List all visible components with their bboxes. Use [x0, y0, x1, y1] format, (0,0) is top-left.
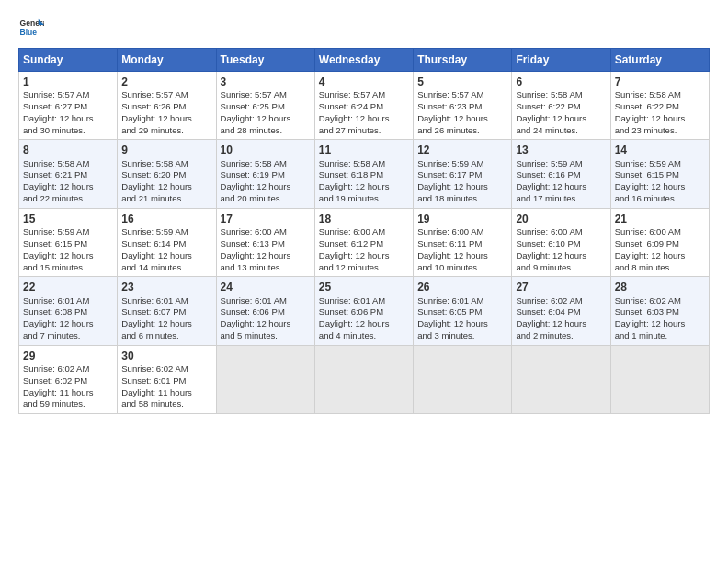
day-number: 6	[516, 75, 606, 89]
day-info: and 5 minutes.	[221, 330, 311, 342]
day-number: 26	[417, 280, 507, 294]
day-info: and 6 minutes.	[121, 330, 211, 342]
calendar-cell: 5Sunrise: 5:57 AMSunset: 6:23 PMDaylight…	[414, 72, 512, 140]
calendar-cell: 19Sunrise: 6:00 AMSunset: 6:11 PMDayligh…	[414, 208, 512, 276]
calendar-cell: 17Sunrise: 6:00 AMSunset: 6:13 PMDayligh…	[216, 208, 314, 276]
calendar-cell: 16Sunrise: 5:59 AMSunset: 6:14 PMDayligh…	[118, 208, 216, 276]
calendar-cell: 11Sunrise: 5:58 AMSunset: 6:18 PMDayligh…	[314, 140, 413, 208]
day-info: Sunset: 6:12 PM	[319, 238, 409, 250]
day-info: Sunset: 6:25 PM	[221, 101, 311, 113]
day-info: Sunset: 6:18 PM	[319, 169, 409, 181]
calendar-row: 1Sunrise: 5:57 AMSunset: 6:27 PMDaylight…	[19, 72, 710, 140]
day-info: Sunrise: 5:59 AM	[121, 226, 211, 238]
day-info: Sunset: 6:22 PM	[516, 101, 606, 113]
header-row: SundayMondayTuesdayWednesdayThursdayFrid…	[19, 49, 710, 72]
day-info: and 24 minutes.	[516, 125, 606, 137]
day-info: Sunset: 6:14 PM	[121, 238, 211, 250]
day-info: and 8 minutes.	[615, 262, 705, 274]
day-info: Sunset: 6:22 PM	[615, 101, 705, 113]
day-info: Sunrise: 5:58 AM	[615, 89, 705, 101]
day-number: 23	[121, 280, 211, 294]
calendar-cell: 29Sunrise: 6:02 AMSunset: 6:02 PMDayligh…	[19, 345, 118, 413]
day-info: and 9 minutes.	[516, 262, 606, 274]
day-info: and 10 minutes.	[417, 262, 507, 274]
svg-text:Blue: Blue	[20, 28, 38, 37]
header: General Blue	[18, 15, 710, 40]
calendar-cell: 9Sunrise: 5:58 AMSunset: 6:20 PMDaylight…	[118, 140, 216, 208]
day-info: and 7 minutes.	[23, 330, 113, 342]
day-info: Sunrise: 5:57 AM	[23, 89, 113, 101]
day-info: Sunrise: 6:00 AM	[516, 226, 606, 238]
day-info: Sunrise: 6:02 AM	[516, 295, 606, 307]
day-info: Daylight: 12 hours	[319, 181, 409, 193]
day-info: Sunset: 6:13 PM	[221, 238, 311, 250]
day-info: Sunset: 6:07 PM	[121, 306, 211, 318]
calendar-cell: 2Sunrise: 5:57 AMSunset: 6:26 PMDaylight…	[118, 72, 216, 140]
day-number: 11	[319, 143, 409, 157]
day-info: and 2 minutes.	[516, 330, 606, 342]
day-info: Daylight: 12 hours	[23, 250, 113, 262]
day-info: Sunset: 6:11 PM	[417, 238, 507, 250]
day-info: Daylight: 12 hours	[319, 318, 409, 330]
day-info: Daylight: 12 hours	[516, 113, 606, 125]
calendar-cell: 27Sunrise: 6:02 AMSunset: 6:04 PMDayligh…	[512, 277, 610, 345]
calendar-row: 22Sunrise: 6:01 AMSunset: 6:08 PMDayligh…	[19, 277, 710, 345]
calendar-cell: 3Sunrise: 5:57 AMSunset: 6:25 PMDaylight…	[216, 72, 314, 140]
day-info: and 21 minutes.	[121, 193, 211, 205]
calendar-cell: 20Sunrise: 6:00 AMSunset: 6:10 PMDayligh…	[512, 208, 610, 276]
day-info: and 28 minutes.	[221, 125, 311, 137]
day-number: 4	[319, 75, 409, 89]
day-number: 29	[23, 349, 113, 363]
header-cell-wednesday: Wednesday	[314, 49, 413, 72]
day-number: 12	[417, 143, 507, 157]
day-info: Sunrise: 6:01 AM	[221, 295, 311, 307]
day-info: and 19 minutes.	[319, 193, 409, 205]
day-info: Sunset: 6:23 PM	[417, 101, 507, 113]
day-info: Sunrise: 6:02 AM	[121, 363, 211, 375]
day-info: Daylight: 11 hours	[121, 387, 211, 399]
day-info: and 59 minutes.	[23, 398, 113, 410]
calendar-cell: 7Sunrise: 5:58 AMSunset: 6:22 PMDaylight…	[610, 72, 709, 140]
day-info: Daylight: 12 hours	[417, 318, 507, 330]
header-cell-friday: Friday	[512, 49, 610, 72]
logo: General Blue	[18, 15, 50, 40]
day-info: Daylight: 12 hours	[615, 113, 705, 125]
calendar-row: 15Sunrise: 5:59 AMSunset: 6:15 PMDayligh…	[19, 208, 710, 276]
day-info: Daylight: 12 hours	[23, 318, 113, 330]
day-info: Sunset: 6:10 PM	[516, 238, 606, 250]
day-info: Daylight: 12 hours	[516, 318, 606, 330]
day-number: 7	[615, 75, 705, 89]
day-info: and 30 minutes.	[23, 125, 113, 137]
day-info: Sunset: 6:26 PM	[121, 101, 211, 113]
day-info: Sunrise: 5:59 AM	[23, 226, 113, 238]
calendar-cell: 1Sunrise: 5:57 AMSunset: 6:27 PMDaylight…	[19, 72, 118, 140]
day-info: Daylight: 12 hours	[221, 181, 311, 193]
day-info: Sunset: 6:05 PM	[417, 306, 507, 318]
day-info: and 14 minutes.	[121, 262, 211, 274]
calendar-row: 8Sunrise: 5:58 AMSunset: 6:21 PMDaylight…	[19, 140, 710, 208]
header-cell-monday: Monday	[118, 49, 216, 72]
day-info: Daylight: 12 hours	[615, 318, 705, 330]
calendar-cell	[610, 345, 709, 413]
calendar-cell: 21Sunrise: 6:00 AMSunset: 6:09 PMDayligh…	[610, 208, 709, 276]
day-info: Sunrise: 6:00 AM	[417, 226, 507, 238]
day-info: Daylight: 12 hours	[221, 113, 311, 125]
day-info: Daylight: 12 hours	[319, 250, 409, 262]
day-number: 24	[221, 280, 311, 294]
day-info: and 20 minutes.	[221, 193, 311, 205]
calendar-cell	[314, 345, 413, 413]
day-info: Daylight: 12 hours	[121, 113, 211, 125]
calendar-cell: 15Sunrise: 5:59 AMSunset: 6:15 PMDayligh…	[19, 208, 118, 276]
day-info: Sunset: 6:24 PM	[319, 101, 409, 113]
day-info: Sunrise: 5:57 AM	[121, 89, 211, 101]
day-info: Sunset: 6:27 PM	[23, 101, 113, 113]
day-info: Sunset: 6:02 PM	[23, 375, 113, 387]
calendar-cell: 12Sunrise: 5:59 AMSunset: 6:17 PMDayligh…	[414, 140, 512, 208]
day-info: Daylight: 12 hours	[221, 318, 311, 330]
calendar-cell: 22Sunrise: 6:01 AMSunset: 6:08 PMDayligh…	[19, 277, 118, 345]
day-number: 14	[615, 143, 705, 157]
day-info: Sunrise: 6:01 AM	[417, 295, 507, 307]
day-info: and 16 minutes.	[615, 193, 705, 205]
day-info: Sunset: 6:15 PM	[615, 169, 705, 181]
day-info: and 18 minutes.	[417, 193, 507, 205]
